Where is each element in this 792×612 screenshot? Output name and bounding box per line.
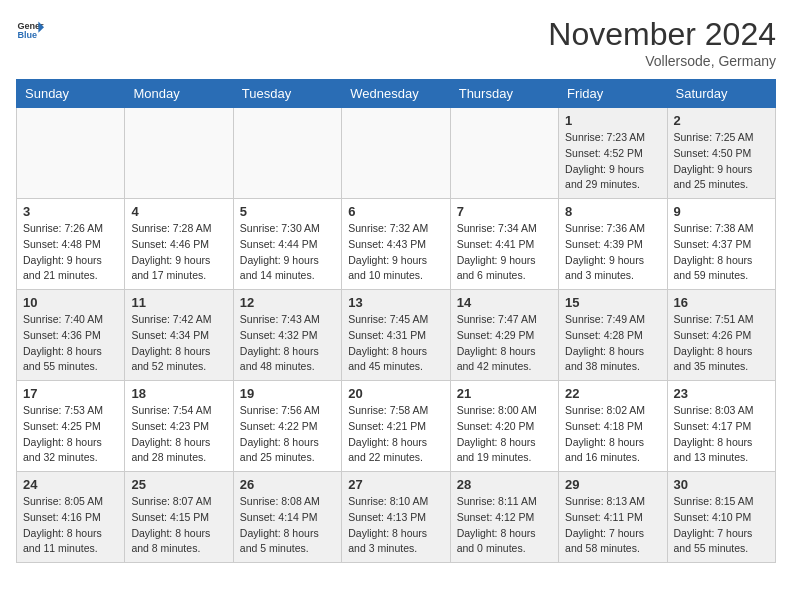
day-number: 28 — [457, 477, 552, 492]
day-number: 14 — [457, 295, 552, 310]
week-row-0: 1Sunrise: 7:23 AM Sunset: 4:52 PM Daylig… — [17, 108, 776, 199]
calendar-cell — [342, 108, 450, 199]
calendar-cell: 7Sunrise: 7:34 AM Sunset: 4:41 PM Daylig… — [450, 199, 558, 290]
day-info: Sunrise: 8:05 AM Sunset: 4:16 PM Dayligh… — [23, 494, 118, 557]
header-wednesday: Wednesday — [342, 80, 450, 108]
day-number: 30 — [674, 477, 769, 492]
calendar-cell: 8Sunrise: 7:36 AM Sunset: 4:39 PM Daylig… — [559, 199, 667, 290]
day-number: 12 — [240, 295, 335, 310]
day-info: Sunrise: 7:32 AM Sunset: 4:43 PM Dayligh… — [348, 221, 443, 284]
calendar-cell: 19Sunrise: 7:56 AM Sunset: 4:22 PM Dayli… — [233, 381, 341, 472]
calendar-cell: 26Sunrise: 8:08 AM Sunset: 4:14 PM Dayli… — [233, 472, 341, 563]
logo-icon: General Blue — [16, 16, 44, 44]
day-number: 16 — [674, 295, 769, 310]
day-info: Sunrise: 8:03 AM Sunset: 4:17 PM Dayligh… — [674, 403, 769, 466]
calendar-cell: 22Sunrise: 8:02 AM Sunset: 4:18 PM Dayli… — [559, 381, 667, 472]
week-row-4: 24Sunrise: 8:05 AM Sunset: 4:16 PM Dayli… — [17, 472, 776, 563]
calendar-cell: 14Sunrise: 7:47 AM Sunset: 4:29 PM Dayli… — [450, 290, 558, 381]
day-info: Sunrise: 8:15 AM Sunset: 4:10 PM Dayligh… — [674, 494, 769, 557]
day-info: Sunrise: 8:10 AM Sunset: 4:13 PM Dayligh… — [348, 494, 443, 557]
day-number: 4 — [131, 204, 226, 219]
day-number: 29 — [565, 477, 660, 492]
day-info: Sunrise: 8:08 AM Sunset: 4:14 PM Dayligh… — [240, 494, 335, 557]
day-info: Sunrise: 7:47 AM Sunset: 4:29 PM Dayligh… — [457, 312, 552, 375]
header-monday: Monday — [125, 80, 233, 108]
day-number: 22 — [565, 386, 660, 401]
day-info: Sunrise: 7:43 AM Sunset: 4:32 PM Dayligh… — [240, 312, 335, 375]
calendar-cell: 15Sunrise: 7:49 AM Sunset: 4:28 PM Dayli… — [559, 290, 667, 381]
day-info: Sunrise: 7:51 AM Sunset: 4:26 PM Dayligh… — [674, 312, 769, 375]
calendar-cell — [450, 108, 558, 199]
day-info: Sunrise: 7:25 AM Sunset: 4:50 PM Dayligh… — [674, 130, 769, 193]
calendar-cell: 13Sunrise: 7:45 AM Sunset: 4:31 PM Dayli… — [342, 290, 450, 381]
day-number: 24 — [23, 477, 118, 492]
calendar-cell: 23Sunrise: 8:03 AM Sunset: 4:17 PM Dayli… — [667, 381, 775, 472]
day-info: Sunrise: 7:36 AM Sunset: 4:39 PM Dayligh… — [565, 221, 660, 284]
calendar-cell: 9Sunrise: 7:38 AM Sunset: 4:37 PM Daylig… — [667, 199, 775, 290]
day-info: Sunrise: 7:42 AM Sunset: 4:34 PM Dayligh… — [131, 312, 226, 375]
day-info: Sunrise: 8:13 AM Sunset: 4:11 PM Dayligh… — [565, 494, 660, 557]
page-header: General Blue November 2024 Vollersode, G… — [16, 16, 776, 69]
week-row-1: 3Sunrise: 7:26 AM Sunset: 4:48 PM Daylig… — [17, 199, 776, 290]
day-number: 17 — [23, 386, 118, 401]
day-number: 5 — [240, 204, 335, 219]
day-info: Sunrise: 7:49 AM Sunset: 4:28 PM Dayligh… — [565, 312, 660, 375]
day-number: 6 — [348, 204, 443, 219]
calendar-cell: 12Sunrise: 7:43 AM Sunset: 4:32 PM Dayli… — [233, 290, 341, 381]
logo: General Blue — [16, 16, 44, 44]
day-info: Sunrise: 7:30 AM Sunset: 4:44 PM Dayligh… — [240, 221, 335, 284]
day-info: Sunrise: 7:28 AM Sunset: 4:46 PM Dayligh… — [131, 221, 226, 284]
calendar-cell — [17, 108, 125, 199]
day-info: Sunrise: 7:23 AM Sunset: 4:52 PM Dayligh… — [565, 130, 660, 193]
calendar-cell: 5Sunrise: 7:30 AM Sunset: 4:44 PM Daylig… — [233, 199, 341, 290]
day-number: 27 — [348, 477, 443, 492]
calendar-cell — [125, 108, 233, 199]
day-number: 11 — [131, 295, 226, 310]
day-info: Sunrise: 8:02 AM Sunset: 4:18 PM Dayligh… — [565, 403, 660, 466]
title-block: November 2024 Vollersode, Germany — [548, 16, 776, 69]
location: Vollersode, Germany — [548, 53, 776, 69]
day-info: Sunrise: 7:38 AM Sunset: 4:37 PM Dayligh… — [674, 221, 769, 284]
day-info: Sunrise: 7:40 AM Sunset: 4:36 PM Dayligh… — [23, 312, 118, 375]
day-number: 1 — [565, 113, 660, 128]
day-number: 20 — [348, 386, 443, 401]
calendar-cell: 10Sunrise: 7:40 AM Sunset: 4:36 PM Dayli… — [17, 290, 125, 381]
day-number: 8 — [565, 204, 660, 219]
day-number: 15 — [565, 295, 660, 310]
day-info: Sunrise: 8:11 AM Sunset: 4:12 PM Dayligh… — [457, 494, 552, 557]
day-info: Sunrise: 7:53 AM Sunset: 4:25 PM Dayligh… — [23, 403, 118, 466]
week-row-3: 17Sunrise: 7:53 AM Sunset: 4:25 PM Dayli… — [17, 381, 776, 472]
day-number: 2 — [674, 113, 769, 128]
calendar-header-row: SundayMondayTuesdayWednesdayThursdayFrid… — [17, 80, 776, 108]
header-tuesday: Tuesday — [233, 80, 341, 108]
day-number: 10 — [23, 295, 118, 310]
header-sunday: Sunday — [17, 80, 125, 108]
day-number: 25 — [131, 477, 226, 492]
calendar-cell: 2Sunrise: 7:25 AM Sunset: 4:50 PM Daylig… — [667, 108, 775, 199]
day-info: Sunrise: 7:45 AM Sunset: 4:31 PM Dayligh… — [348, 312, 443, 375]
calendar-cell: 20Sunrise: 7:58 AM Sunset: 4:21 PM Dayli… — [342, 381, 450, 472]
day-number: 21 — [457, 386, 552, 401]
calendar-cell: 24Sunrise: 8:05 AM Sunset: 4:16 PM Dayli… — [17, 472, 125, 563]
calendar-cell: 16Sunrise: 7:51 AM Sunset: 4:26 PM Dayli… — [667, 290, 775, 381]
day-info: Sunrise: 7:54 AM Sunset: 4:23 PM Dayligh… — [131, 403, 226, 466]
calendar-cell: 21Sunrise: 8:00 AM Sunset: 4:20 PM Dayli… — [450, 381, 558, 472]
day-number: 3 — [23, 204, 118, 219]
day-info: Sunrise: 7:34 AM Sunset: 4:41 PM Dayligh… — [457, 221, 552, 284]
calendar-cell: 18Sunrise: 7:54 AM Sunset: 4:23 PM Dayli… — [125, 381, 233, 472]
day-number: 19 — [240, 386, 335, 401]
day-info: Sunrise: 7:58 AM Sunset: 4:21 PM Dayligh… — [348, 403, 443, 466]
day-number: 9 — [674, 204, 769, 219]
day-info: Sunrise: 7:56 AM Sunset: 4:22 PM Dayligh… — [240, 403, 335, 466]
day-number: 26 — [240, 477, 335, 492]
header-saturday: Saturday — [667, 80, 775, 108]
day-number: 13 — [348, 295, 443, 310]
week-row-2: 10Sunrise: 7:40 AM Sunset: 4:36 PM Dayli… — [17, 290, 776, 381]
header-friday: Friday — [559, 80, 667, 108]
calendar-cell: 17Sunrise: 7:53 AM Sunset: 4:25 PM Dayli… — [17, 381, 125, 472]
day-info: Sunrise: 8:07 AM Sunset: 4:15 PM Dayligh… — [131, 494, 226, 557]
calendar-cell: 28Sunrise: 8:11 AM Sunset: 4:12 PM Dayli… — [450, 472, 558, 563]
calendar-cell: 6Sunrise: 7:32 AM Sunset: 4:43 PM Daylig… — [342, 199, 450, 290]
calendar-cell — [233, 108, 341, 199]
calendar-cell: 1Sunrise: 7:23 AM Sunset: 4:52 PM Daylig… — [559, 108, 667, 199]
